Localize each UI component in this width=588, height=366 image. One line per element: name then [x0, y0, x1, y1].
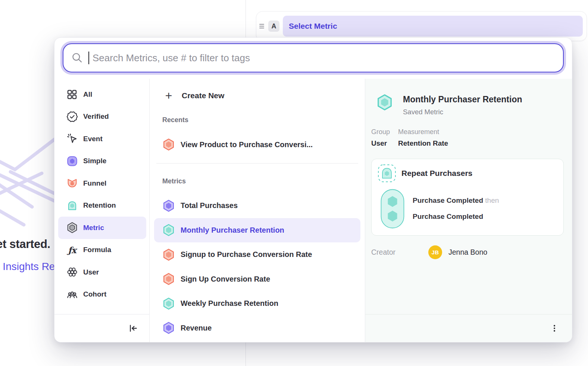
- row-letter-badge[interactable]: A: [268, 21, 279, 32]
- recents-heading: Recents: [150, 115, 365, 124]
- sidebar-item-label: Verified: [83, 112, 109, 121]
- metric-item-label: Signup to Purchase Conversion Rate: [181, 250, 312, 259]
- sidebar-item-label: Funnel: [83, 179, 106, 187]
- metric-item-signup-to-purchase-conversion-rate[interactable]: Signup to Purchase Conversion Rate: [150, 242, 365, 267]
- sidebar-item-cohort[interactable]: Cohort: [54, 283, 149, 306]
- measurement-field: Measurement Retention Rate: [398, 128, 448, 148]
- sidebar-item-formula[interactable]: ƒx Formula: [54, 239, 149, 261]
- insights-report-link[interactable]: e Insights Re: [0, 261, 55, 273]
- creator-avatar: JB: [428, 245, 442, 259]
- metric-item-weekly-purchase-retention[interactable]: Weekly Purchase Retention: [150, 291, 365, 316]
- funnel-icon: [66, 177, 78, 189]
- select-metric-label: Select Metric: [289, 22, 337, 31]
- filter-list: All Verified: [54, 79, 149, 314]
- sidebar-item-simple[interactable]: Simple: [54, 150, 149, 173]
- sidebar-item-label: Metric: [83, 224, 104, 232]
- search-icon: [72, 52, 83, 63]
- funnel-steps-capsule-icon: [381, 189, 404, 229]
- metric-hexagon-icon: [162, 199, 175, 212]
- background-heading: et started.: [0, 238, 50, 251]
- recent-item-label: View Product to Purchase Conversi...: [181, 140, 313, 149]
- sidebar-item-label: User: [83, 268, 99, 276]
- sidebar-item-verified[interactable]: Verified: [54, 106, 149, 128]
- event-cursor-icon: [66, 133, 78, 145]
- metric-hexagon-icon: [162, 273, 175, 285]
- collapse-left-icon[interactable]: [127, 322, 140, 335]
- simple-hexagon-icon: [66, 155, 78, 167]
- measurement-value: Retention Rate: [398, 139, 448, 148]
- sidebar-item-label: Formula: [83, 246, 111, 254]
- creator-name: Jenna Bono: [448, 248, 487, 257]
- retention-arch-icon: [66, 199, 78, 211]
- definition-header: Repeat Purchasers: [378, 164, 557, 183]
- definition-name: Repeat Purchasers: [401, 169, 472, 178]
- detail-footer: [365, 314, 572, 342]
- sidebar-item-label: Cohort: [83, 290, 106, 298]
- definition-card: Repeat Purchasers Purchase Completed the…: [371, 159, 564, 236]
- metric-detail-panel: Monthly Purchaser Retention Saved Metric…: [365, 79, 572, 342]
- group-value: User: [371, 139, 390, 148]
- formula-fx-icon: ƒx: [66, 244, 78, 256]
- search-input[interactable]: [93, 52, 555, 64]
- metric-hexagon-icon: [162, 248, 175, 261]
- sidebar-item-label: Event: [83, 135, 103, 143]
- detail-header: Monthly Purchaser Retention Saved Metric: [376, 94, 564, 116]
- grid-icon: [66, 89, 78, 100]
- funnel-hexagon-icon: [162, 138, 175, 151]
- sidebar-item-retention[interactable]: Retention: [54, 195, 149, 217]
- create-new-button[interactable]: + Create New: [150, 87, 365, 104]
- sidebar-item-label: All: [83, 90, 92, 99]
- definition-step-2: Purchase Completed: [413, 213, 499, 221]
- sidebar-item-label: Simple: [83, 157, 106, 165]
- metric-hexagon-icon: [162, 297, 175, 310]
- list-divider: [156, 163, 358, 164]
- creator-row: Creator JB Jenna Bono: [371, 245, 564, 259]
- creator-label: Creator: [371, 248, 428, 257]
- recent-item[interactable]: View Product to Purchase Conversi...: [150, 133, 365, 156]
- group-field: Group User: [371, 128, 390, 148]
- metric-item-revenue[interactable]: Revenue: [150, 316, 365, 341]
- metric-item-label: Revenue: [181, 324, 212, 332]
- drag-handle-icon[interactable]: [259, 22, 265, 31]
- query-row-card: A Select Metric: [256, 11, 587, 41]
- metric-item-label: Sign Up Conversion Rate: [181, 275, 270, 283]
- group-label: Group: [371, 128, 390, 136]
- sidebar-footer: [54, 314, 149, 342]
- metric-list: Total Purchases Monthly Purchaser Retent…: [150, 193, 365, 340]
- verified-badge-icon: [66, 111, 78, 122]
- retention-hexagon-icon: [376, 94, 393, 111]
- search-box[interactable]: [63, 43, 564, 72]
- dashed-retention-icon: [378, 164, 396, 183]
- sidebar-item-funnel[interactable]: Funnel: [54, 172, 149, 195]
- metric-hexagon-icon: [162, 322, 175, 334]
- kebab-menu-icon[interactable]: [548, 322, 561, 335]
- text-caret: [88, 52, 89, 64]
- detail-title: Monthly Purchaser Retention: [403, 94, 522, 105]
- measurement-label: Measurement: [398, 128, 448, 136]
- metric-hexagon-icon: [66, 222, 78, 234]
- metric-item-label: Monthly Purchaser Retention: [181, 226, 284, 235]
- metric-item-total-purchases[interactable]: Total Purchases: [150, 193, 365, 218]
- metrics-heading: Metrics: [150, 177, 365, 186]
- metric-item-label: Total Purchases: [181, 201, 238, 210]
- plus-icon: +: [162, 90, 175, 102]
- metric-hexagon-icon: [162, 224, 175, 236]
- definition-step-1: Purchase Completed then: [413, 196, 499, 205]
- then-label: then: [485, 196, 499, 204]
- user-cluster-icon: [66, 266, 78, 278]
- metric-item-sign-up-conversion-rate[interactable]: Sign Up Conversion Rate: [150, 267, 365, 292]
- metric-item-label: Weekly Purchase Retention: [181, 299, 278, 308]
- detail-meta: Group User Measurement Retention Rate: [371, 128, 564, 148]
- filter-sidebar: All Verified: [54, 79, 150, 342]
- detail-subtitle: Saved Metric: [403, 108, 522, 116]
- sidebar-item-metric[interactable]: Metric: [58, 217, 146, 239]
- sidebar-item-all[interactable]: All: [54, 83, 149, 106]
- create-new-label: Create New: [182, 91, 224, 100]
- metric-item-monthly-purchaser-retention[interactable]: Monthly Purchaser Retention: [154, 218, 360, 243]
- definition-body: Purchase Completed then Purchase Complet…: [378, 189, 557, 229]
- select-metric-button[interactable]: Select Metric: [283, 16, 583, 37]
- cohort-people-icon: [66, 288, 78, 300]
- sidebar-item-user[interactable]: User: [54, 261, 149, 283]
- sidebar-item-event[interactable]: Event: [54, 128, 149, 150]
- search-area: [54, 38, 572, 79]
